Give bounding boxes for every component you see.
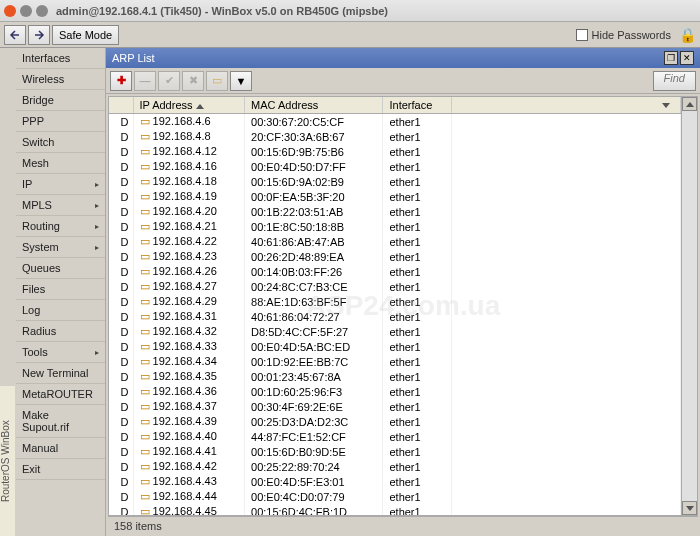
sidebar-item-interfaces[interactable]: Interfaces	[16, 48, 105, 69]
scroll-down-button[interactable]	[682, 501, 697, 515]
redo-button[interactable]	[28, 25, 50, 45]
safe-mode-button[interactable]: Safe Mode	[52, 25, 119, 45]
sidebar-item-label: Manual	[22, 442, 58, 454]
table-row[interactable]: D▭ 192.168.4.2240:61:86:AB:47:ABether1	[109, 234, 681, 249]
cell-mac: 00:26:2D:48:89:EA	[245, 249, 383, 264]
table-row[interactable]: D▭ 192.168.4.2600:14:0B:03:FF:26ether1	[109, 264, 681, 279]
table-row[interactable]: D▭ 192.168.4.4400:E0:4C:D0:07:79ether1	[109, 489, 681, 504]
sidebar-item-routing[interactable]: Routing▸	[16, 216, 105, 237]
sidebar-item-new-terminal[interactable]: New Terminal	[16, 363, 105, 384]
sidebar-item-mesh[interactable]: Mesh	[16, 153, 105, 174]
sidebar-item-make-supout-rif[interactable]: Make Supout.rif	[16, 405, 105, 438]
cell-ip: ▭ 192.168.4.6	[133, 114, 245, 130]
table-row[interactable]: D▭ 192.168.4.32D8:5D:4C:CF:5F:27ether1	[109, 324, 681, 339]
column-mac-address[interactable]: MAC Address	[245, 97, 383, 114]
table-row[interactable]: D▭ 192.168.4.3700:30:4F:69:2E:6Eether1	[109, 399, 681, 414]
sidebar-item-label: Make Supout.rif	[22, 409, 99, 433]
scroll-up-button[interactable]	[682, 97, 697, 111]
sidebar-item-metarouter[interactable]: MetaROUTER	[16, 384, 105, 405]
cell-flag: D	[109, 234, 133, 249]
subwindow-close-button[interactable]: ✕	[680, 51, 694, 65]
cell-mac: 00:24:8C:C7:B3:CE	[245, 279, 383, 294]
sidebar-item-manual[interactable]: Manual	[16, 438, 105, 459]
sidebar-item-log[interactable]: Log	[16, 300, 105, 321]
sidebar-item-wireless[interactable]: Wireless	[16, 69, 105, 90]
sidebar-item-switch[interactable]: Switch	[16, 132, 105, 153]
column-empty[interactable]	[452, 97, 681, 114]
table-row[interactable]: D▭ 192.168.4.3400:1D:92:EE:BB:7Cether1	[109, 354, 681, 369]
table-row[interactable]: D▭ 192.168.4.1200:15:6D:9B:75:B6ether1	[109, 144, 681, 159]
filter-button[interactable]: ▼	[230, 71, 252, 91]
table-row[interactable]: D▭ 192.168.4.2000:1B:22:03:51:ABether1	[109, 204, 681, 219]
table-row[interactable]: D▭ 192.168.4.1900:0F:EA:5B:3F:20ether1	[109, 189, 681, 204]
funnel-icon: ▼	[236, 75, 247, 87]
cell-flag: D	[109, 474, 133, 489]
table-row[interactable]: D▭ 192.168.4.2988:AE:1D:63:BF:5Fether1	[109, 294, 681, 309]
sidebar-item-ppp[interactable]: PPP	[16, 111, 105, 132]
table-row[interactable]: D▭ 192.168.4.2700:24:8C:C7:B3:CEether1	[109, 279, 681, 294]
table-row[interactable]: D▭ 192.168.4.4500:15:6D:4C:FB:1Dether1	[109, 504, 681, 515]
os-maximize-button[interactable]	[36, 5, 48, 17]
column-ip-address[interactable]: IP Address	[133, 97, 245, 114]
cell-empty	[452, 414, 681, 429]
cell-empty	[452, 159, 681, 174]
sidebar-item-mpls[interactable]: MPLS▸	[16, 195, 105, 216]
cell-flag: D	[109, 204, 133, 219]
table-row[interactable]: D▭ 192.168.4.3300:E0:4D:5A:BC:EDether1	[109, 339, 681, 354]
subwindow-titlebar[interactable]: ARP List ❐ ✕	[106, 48, 700, 68]
table-row[interactable]: D▭ 192.168.4.4200:25:22:89:70:24ether1	[109, 459, 681, 474]
vertical-scrollbar[interactable]	[681, 97, 697, 515]
add-button[interactable]: ✚	[110, 71, 132, 91]
table-row[interactable]: D▭ 192.168.4.3500:01:23:45:67:8Aether1	[109, 369, 681, 384]
table-row[interactable]: D▭ 192.168.4.3140:61:86:04:72:27ether1	[109, 309, 681, 324]
hide-passwords-toggle[interactable]: Hide Passwords	[576, 29, 671, 41]
chevron-down-icon	[686, 506, 694, 511]
remove-button[interactable]: —	[134, 71, 156, 91]
cell-empty	[452, 399, 681, 414]
subwindow-restore-button[interactable]: ❐	[664, 51, 678, 65]
disable-button[interactable]: ✖	[182, 71, 204, 91]
table-row[interactable]: D▭ 192.168.4.4300:E0:4D:5F:E3:01ether1	[109, 474, 681, 489]
host-icon: ▭	[140, 280, 150, 292]
cell-interface: ether1	[383, 399, 452, 414]
table-row[interactable]: D▭ 192.168.4.3600:1D:60:25:96:F3ether1	[109, 384, 681, 399]
cell-flag: D	[109, 369, 133, 384]
sidebar-item-exit[interactable]: Exit	[16, 459, 105, 480]
sidebar-item-label: System	[22, 241, 59, 253]
enable-button[interactable]: ✔	[158, 71, 180, 91]
cell-empty	[452, 219, 681, 234]
sidebar-item-system[interactable]: System▸	[16, 237, 105, 258]
table-row[interactable]: D▭ 192.168.4.4044:87:FC:E1:52:CFether1	[109, 429, 681, 444]
column-flag[interactable]	[109, 97, 133, 114]
os-close-button[interactable]	[4, 5, 16, 17]
cell-ip: ▭ 192.168.4.45	[133, 504, 245, 515]
table-row[interactable]: D▭ 192.168.4.2300:26:2D:48:89:EAether1	[109, 249, 681, 264]
undo-button[interactable]	[4, 25, 26, 45]
sidebar-item-label: Mesh	[22, 157, 49, 169]
sidebar-item-ip[interactable]: IP▸	[16, 174, 105, 195]
sidebar-item-bridge[interactable]: Bridge	[16, 90, 105, 111]
cell-interface: ether1	[383, 264, 452, 279]
cell-flag: D	[109, 129, 133, 144]
comment-button[interactable]: ▭	[206, 71, 228, 91]
host-icon: ▭	[140, 205, 150, 217]
table-row[interactable]: D▭ 192.168.4.820:CF:30:3A:6B:67ether1	[109, 129, 681, 144]
table-row[interactable]: D▭ 192.168.4.2100:1E:8C:50:18:8Bether1	[109, 219, 681, 234]
sidebar-item-radius[interactable]: Radius	[16, 321, 105, 342]
sidebar-item-label: MPLS	[22, 199, 52, 211]
sidebar-item-queues[interactable]: Queues	[16, 258, 105, 279]
column-interface[interactable]: Interface	[383, 97, 452, 114]
table-row[interactable]: D▭ 192.168.4.1800:15:6D:9A:02:B9ether1	[109, 174, 681, 189]
os-minimize-button[interactable]	[20, 5, 32, 17]
table-row[interactable]: D▭ 192.168.4.3900:25:D3:DA:D2:3Cether1	[109, 414, 681, 429]
lock-icon[interactable]: 🔒	[679, 27, 696, 43]
table-row[interactable]: D▭ 192.168.4.4100:15:6D:B0:9D:5Eether1	[109, 444, 681, 459]
cell-flag: D	[109, 324, 133, 339]
cell-interface: ether1	[383, 309, 452, 324]
table-row[interactable]: D▭ 192.168.4.1600:E0:4D:50:D7:FFether1	[109, 159, 681, 174]
sidebar-item-tools[interactable]: Tools▸	[16, 342, 105, 363]
find-button[interactable]: Find	[653, 71, 696, 91]
sidebar-item-files[interactable]: Files	[16, 279, 105, 300]
cell-ip: ▭ 192.168.4.39	[133, 414, 245, 429]
table-row[interactable]: D▭ 192.168.4.600:30:67:20:C5:CFether1	[109, 114, 681, 130]
